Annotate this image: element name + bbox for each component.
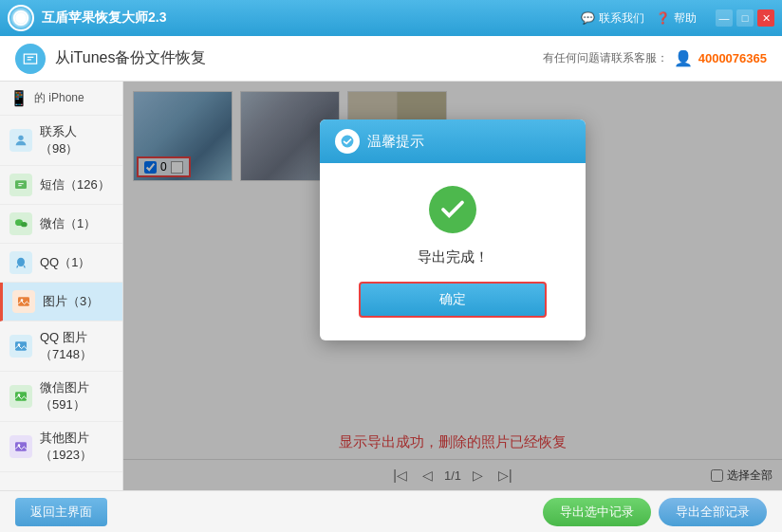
svg-rect-8 [15,341,27,350]
dialog-overlay: 温馨提示 导出完成！ 确定 [123,82,782,490]
sidebar-item-sms[interactable]: 短信（126） [0,166,122,205]
sidebar-item-wechat[interactable]: 微信（1） [0,205,122,244]
dialog: 温馨提示 导出完成！ 确定 [320,119,586,340]
title-bar: 互盾苹果恢复大师2.3 💬 联系我们 ❓ 帮助 — □ ✕ [0,0,782,36]
dialog-confirm-button[interactable]: 确定 [359,282,547,318]
device-icon: 📱 [9,89,28,107]
wechat-icon [9,212,32,235]
sidebar: 📱 的 iPhone 联系人（98） 短信（126） 微信（1） QQ（1 [0,82,123,490]
sidebar-item-qq[interactable]: QQ（1） [0,244,122,283]
close-button[interactable]: ✕ [757,9,774,27]
contact-icon: 💬 [581,11,595,25]
header-icon [15,44,46,74]
other-photos-icon [9,435,32,458]
back-to-main-button[interactable]: 返回主界面 [15,498,107,526]
footer-right-actions: 导出选中记录 导出全部记录 [543,498,767,526]
header: 从iTunes备份文件恢复 有任何问题请联系客服： 👤 4000076365 [0,36,782,82]
svg-rect-6 [18,297,29,305]
header-contact: 有任何问题请联系客服： 👤 4000076365 [543,49,767,67]
sms-icon [9,174,32,196]
dialog-title: 温馨提示 [367,133,424,151]
sidebar-item-qq-photos[interactable]: QQ 图片（7148） [0,321,122,372]
app-title: 互盾苹果恢复大师2.3 [42,9,581,27]
dialog-header: 温馨提示 [320,119,586,163]
contacts-icon [9,129,32,152]
phone-number: 4000076365 [698,51,767,65]
app-logo [8,5,34,31]
content-area: 0 显示导出成功，删除的照片已经恢复 [123,82,782,490]
dialog-header-icon [335,129,360,154]
wechat-photos-icon [9,385,32,408]
sidebar-item-wechat-photos[interactable]: 微信图片（591） [0,372,122,422]
svg-point-1 [18,136,23,140]
device-item[interactable]: 📱 的 iPhone [0,82,122,116]
qq-photos-icon [9,335,32,358]
svg-point-0 [14,11,28,25]
window-controls: — □ ✕ [716,9,774,27]
sidebar-item-other-photos[interactable]: 其他图片（1923） [0,422,122,472]
qq-icon [9,251,32,274]
maximize-button[interactable]: □ [736,9,754,27]
sidebar-item-photos[interactable]: 图片（3） [0,283,122,321]
avatar-icon: 👤 [674,49,693,67]
svg-point-14 [342,136,354,148]
help-icon: ❓ [656,11,670,25]
main-layout: 📱 的 iPhone 联系人（98） 短信（126） 微信（1） QQ（1 [0,82,782,490]
export-all-button[interactable]: 导出全部记录 [659,498,767,526]
minimize-button[interactable]: — [716,9,733,27]
svg-rect-10 [15,392,27,400]
svg-rect-12 [15,442,27,450]
success-icon [429,186,476,233]
sidebar-item-contacts[interactable]: 联系人（98） [0,116,122,166]
footer: 返回主界面 导出选中记录 导出全部记录 [0,490,782,532]
title-bar-actions: 💬 联系我们 ❓ 帮助 — □ ✕ [581,9,774,27]
contact-button[interactable]: 💬 联系我们 [581,10,644,27]
svg-point-4 [21,222,28,227]
export-selected-button[interactable]: 导出选中记录 [543,498,651,526]
photos-icon [12,290,35,313]
dialog-message: 导出完成！ [418,248,489,266]
svg-rect-2 [15,180,27,189]
header-title: 从iTunes备份文件恢复 [55,48,543,68]
dialog-body: 导出完成！ 确定 [320,163,586,340]
help-button[interactable]: ❓ 帮助 [656,10,697,27]
svg-point-5 [17,258,25,266]
